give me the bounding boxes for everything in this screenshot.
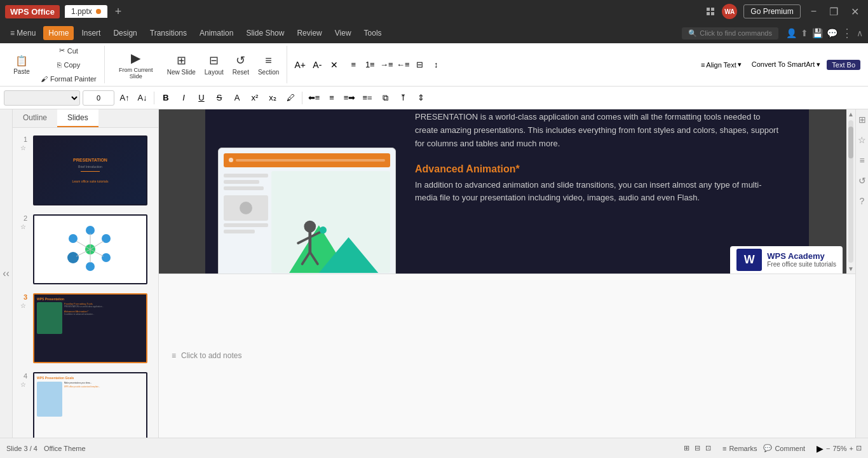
slide-item-3[interactable]: 3 ☆ WPS Presentation Familiar Formatting… [15, 291, 156, 366]
columns-btn[interactable]: ⧉ [377, 90, 393, 106]
remarks-label[interactable]: Remarks [729, 445, 757, 452]
more-options-icon[interactable]: ⋮ [841, 26, 853, 40]
comment-icon[interactable]: 💬 [827, 28, 837, 38]
slideshow-play-btn[interactable]: ▶ [817, 443, 824, 454]
bold-button[interactable]: B [158, 90, 173, 106]
font-family-select[interactable] [4, 90, 80, 106]
align-text-button[interactable]: ≡ Align Text ▾ [697, 59, 745, 70]
align-middle-btn[interactable]: ⇕ [413, 90, 428, 106]
col-layout-btn[interactable]: ⊟ [412, 57, 427, 73]
clear-format-btn[interactable]: ✕ [327, 57, 342, 73]
avatar[interactable]: WA [722, 4, 737, 19]
section-button[interactable]: ≡ Section [254, 52, 283, 78]
slides-group: ▶ From Current Slide ⊞ New Slide ⊟ Layou… [106, 46, 288, 83]
underline-button[interactable]: U [194, 90, 209, 106]
menu-item-menu[interactable]: ≡ Menu [5, 26, 41, 40]
slide-item-2[interactable]: 2 ☆ [15, 212, 156, 287]
right-panel-icon-5[interactable]: ? [857, 193, 867, 209]
menu-item-slideshow[interactable]: Slide Show [241, 26, 289, 40]
font-color-button[interactable]: A [229, 90, 245, 106]
right-panel-icon-2[interactable]: ☆ [855, 132, 868, 148]
menu-item-view[interactable]: View [330, 26, 356, 40]
right-panel-icon-3[interactable]: ≡ [857, 153, 867, 168]
convert-smartart-button[interactable]: Convert To SmartArt ▾ [747, 59, 826, 70]
highlight-button[interactable]: 🖊 [283, 90, 298, 106]
numbered-list-btn[interactable]: 1≡ [362, 57, 377, 73]
align-center-btn[interactable]: ≡ [324, 90, 339, 106]
menu-item-home[interactable]: Home [43, 26, 74, 40]
zoom-in-btn[interactable]: + [850, 445, 853, 452]
scroll-up-btn[interactable]: ▲ [846, 109, 855, 119]
panel-collapse-button[interactable]: ‹‹ [0, 109, 13, 438]
share-icon[interactable]: 👤 [786, 28, 797, 38]
reset-button[interactable]: ↺ Reset [229, 52, 253, 78]
upload-icon[interactable]: ⬆ [801, 28, 808, 38]
slide-item-4[interactable]: 4 ☆ WPS Presentation Goals Make presenta… [15, 370, 156, 438]
slide-canvas[interactable]: WPS Presentation [205, 109, 809, 274]
zoom-out-btn[interactable]: − [826, 445, 830, 452]
find-commands-bar[interactable]: 🔍 Click to find commands [682, 27, 778, 39]
right-panel-icon-4[interactable]: ↺ [856, 173, 869, 188]
go-premium-button[interactable]: Go Premium [743, 4, 800, 18]
close-button[interactable]: ✕ [847, 6, 863, 18]
view-reading-btn[interactable]: ⊡ [705, 444, 711, 452]
align-text-label: Align Text [706, 61, 736, 69]
paste-button[interactable]: 📋 Paste [8, 53, 36, 77]
collapse-icon[interactable]: ∧ [857, 28, 863, 38]
align-top-btn[interactable]: ⤒ [395, 90, 410, 106]
scroll-down-btn[interactable]: ▼ [846, 264, 855, 274]
save-icon[interactable]: 💾 [812, 28, 823, 38]
decrease-font-btn[interactable]: A- [309, 57, 325, 73]
line-spacing-btn[interactable]: ↕ [428, 57, 444, 73]
view-grid-btn[interactable]: ⊟ [695, 444, 700, 452]
align-left-btn[interactable]: ⬅≡ [306, 90, 322, 106]
slide-item-1[interactable]: 1 ☆ PRESENTATION Brief Introduction Lear… [15, 133, 156, 208]
menu-item-insert[interactable]: Insert [76, 26, 105, 40]
menu-item-tools[interactable]: Tools [359, 26, 387, 40]
slide-thumb-4[interactable]: WPS Presentation Goals Make presentation… [33, 372, 147, 438]
canvas-scrollbar[interactable]: ▲ ▼ [846, 109, 855, 274]
increase-font-btn[interactable]: A+ [292, 57, 308, 73]
slide-thumb-1[interactable]: PRESENTATION Brief Introduction Learn of… [33, 135, 147, 205]
italic-button[interactable]: I [176, 90, 191, 106]
subscript-button[interactable]: x₂ [265, 90, 280, 106]
layout-button[interactable]: ⊟ Layout [201, 52, 227, 78]
slide-thumb-2[interactable] [33, 214, 147, 284]
comment-label[interactable]: Comment [775, 445, 805, 452]
indent-increase-btn[interactable]: →≡ [379, 57, 394, 73]
from-current-slide-button[interactable]: ▶ From Current Slide [110, 48, 162, 81]
menu-item-design[interactable]: Design [108, 26, 142, 40]
indent-decrease-btn[interactable]: ←≡ [395, 57, 410, 73]
font-increase-btn[interactable]: A↑ [117, 90, 132, 106]
strikethrough-button[interactable]: S [212, 90, 227, 106]
copy-button[interactable]: ⎘ Copy [37, 59, 100, 71]
tab-slides[interactable]: Slides [57, 109, 98, 127]
menu-item-transitions[interactable]: Transitions [145, 26, 192, 40]
grid-icon[interactable] [707, 8, 715, 15]
font-decrease-btn[interactable]: A↓ [135, 90, 150, 106]
fit-window-btn[interactable]: ⊡ [856, 444, 862, 452]
new-tab-button[interactable]: + [115, 5, 122, 18]
view-normal-btn[interactable]: ⊞ [684, 444, 689, 452]
right-panel-icon-1[interactable]: ⊞ [856, 112, 869, 127]
align-right-btn[interactable]: ≡➡ [342, 90, 357, 106]
justify-btn[interactable]: ≡= [360, 90, 375, 106]
font-group: A+ A- ✕ ≡ 1≡ →≡ ←≡ ⊟ ↕ ≡ Align Text ▾ Co… [288, 46, 864, 83]
textbox-button[interactable]: Text Bo [827, 60, 860, 70]
notes-area[interactable]: ≡ Click to add notes [159, 274, 855, 438]
wps-logo[interactable]: WPS Office [5, 5, 60, 18]
file-tab[interactable]: 1.pptx [65, 5, 107, 18]
cut-button[interactable]: ✂ Cut [37, 45, 100, 57]
restore-button[interactable]: ❐ [825, 6, 842, 18]
menu-item-review[interactable]: Review [292, 26, 327, 40]
font-size-input[interactable] [83, 90, 114, 106]
menu-item-animation[interactable]: Animation [194, 26, 238, 40]
superscript-button[interactable]: x² [247, 90, 262, 106]
svg-point-5 [67, 252, 79, 263]
minimize-button[interactable]: − [807, 6, 820, 18]
slide-thumb-3[interactable]: WPS Presentation Familiar Formatting Too… [33, 293, 147, 363]
bullets-btn[interactable]: ≡ [346, 57, 361, 73]
format-painter-button[interactable]: 🖌 Format Painter [37, 73, 100, 85]
new-slide-button[interactable]: ⊞ New Slide [163, 52, 200, 78]
tab-outline[interactable]: Outline [13, 109, 57, 127]
